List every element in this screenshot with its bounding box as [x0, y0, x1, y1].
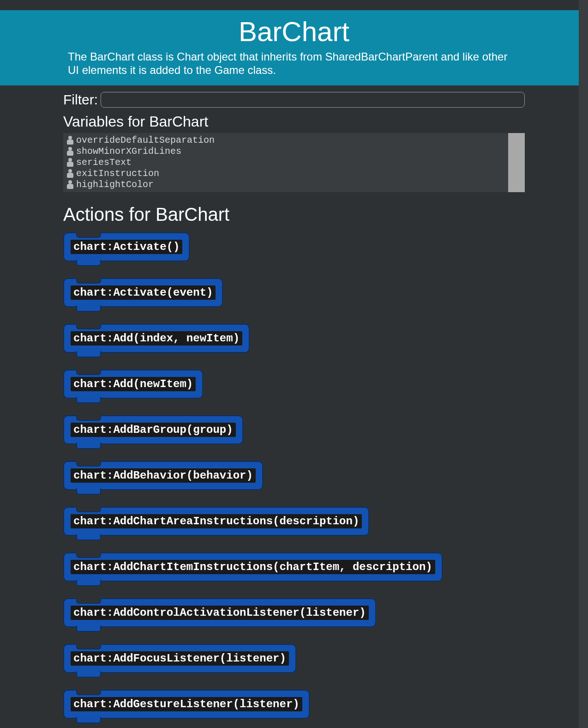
member-icon	[66, 136, 74, 145]
action-block[interactable]: chart:Activate()	[63, 232, 190, 261]
member-icon	[66, 180, 74, 189]
action-signature: chart:Add(index, newItem)	[71, 331, 242, 346]
action-signature: chart:AddControlActivationListener(liste…	[71, 606, 369, 620]
variables-heading: Variables for BarChart	[63, 113, 525, 130]
page-title: BarChart	[0, 16, 588, 48]
action-block[interactable]: chart:Add(index, newItem)	[63, 324, 250, 353]
main-content: Filter: Variables for BarChart overrideD…	[59, 85, 529, 728]
action-signature: chart:AddFocusListener(listener)	[71, 651, 289, 666]
action-block[interactable]: chart:AddControlActivationListener(liste…	[63, 598, 376, 627]
action-signature: chart:Activate()	[71, 240, 182, 254]
variable-name: overrideDefaultSeparation	[76, 135, 215, 146]
action-signature: chart:AddBehavior(behavior)	[71, 468, 256, 483]
variable-item[interactable]: showMinorXGridLines	[66, 146, 525, 157]
variable-item[interactable]: seriesText	[66, 157, 525, 168]
variable-name: showMinorXGridLines	[76, 146, 181, 157]
variable-name: exitInstruction	[76, 168, 159, 179]
filter-label: Filter:	[63, 92, 98, 108]
variable-item[interactable]: highlightColor	[66, 179, 525, 190]
action-block[interactable]: chart:AddGestureListener(listener)	[63, 690, 310, 719]
variable-name: highlightColor	[76, 179, 154, 190]
action-signature: chart:Add(newItem)	[71, 377, 196, 391]
action-signature: chart:AddChartItemInstructions(chartItem…	[71, 560, 435, 574]
action-signature: chart:AddGestureListener(listener)	[71, 697, 302, 711]
variables-scrollbar[interactable]	[508, 133, 525, 192]
filter-input[interactable]	[101, 92, 525, 108]
action-signature: chart:Activate(event)	[71, 285, 216, 300]
action-block[interactable]: chart:AddChartAreaInstructions(descripti…	[63, 507, 369, 536]
action-signature: chart:AddBarGroup(group)	[71, 423, 236, 437]
member-icon	[66, 147, 74, 156]
action-block[interactable]: chart:AddFocusListener(listener)	[63, 644, 296, 673]
window-topbar	[0, 0, 588, 10]
member-icon	[66, 169, 74, 178]
page-description: The BarChart class is Chart object that …	[63, 50, 525, 77]
variables-list: overrideDefaultSeparation showMinorXGrid…	[63, 133, 525, 192]
action-signature: chart:AddChartAreaInstructions(descripti…	[71, 514, 362, 528]
page-header: BarChart The BarChart class is Chart obj…	[0, 10, 588, 85]
filter-row: Filter:	[63, 92, 525, 108]
action-block[interactable]: chart:Activate(event)	[63, 278, 223, 307]
action-block[interactable]: chart:Add(newItem)	[63, 370, 203, 399]
action-block[interactable]: chart:AddChartItemInstructions(chartItem…	[63, 552, 443, 582]
page-scrollbar[interactable]	[579, 0, 588, 728]
variable-item[interactable]: overrideDefaultSeparation	[66, 135, 525, 146]
member-icon	[66, 158, 74, 167]
action-block[interactable]: chart:AddBehavior(behavior)	[63, 461, 263, 490]
variable-item[interactable]: exitInstruction	[66, 168, 525, 179]
actions-heading: Actions for BarChart	[63, 204, 525, 225]
action-block[interactable]: chart:AddBarGroup(group)	[63, 415, 243, 444]
variable-name: seriesText	[76, 157, 132, 168]
